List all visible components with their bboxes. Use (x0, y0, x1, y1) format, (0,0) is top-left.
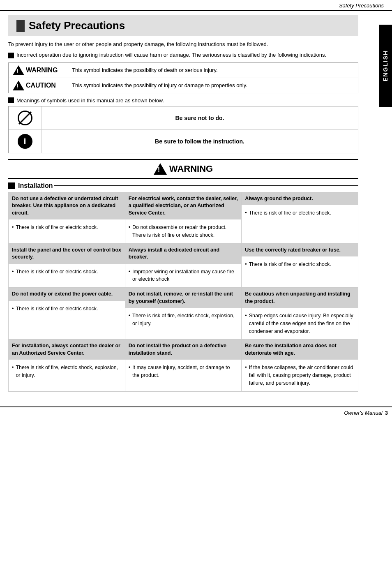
install-cell-header-2: Always ground the product. (242, 192, 358, 206)
caution-triangle-icon (13, 81, 24, 90)
install-cell-header-0: Do not use a defective or underrated cir… (9, 192, 125, 220)
warning-triangle-icon (13, 65, 24, 75)
no-do-icon-cell (9, 106, 42, 129)
install-cell-header-3: Install the panel and the cover of contr… (9, 244, 125, 264)
section-divider (54, 185, 358, 186)
install-cell-header-11: Be sure the installation area does not d… (242, 339, 358, 360)
install-cell-2: Always ground the product.There is risk … (242, 192, 358, 244)
warning-section-label: WARNING (169, 164, 213, 174)
page-header: Safety Precautions (0, 0, 392, 11)
warning-label: WARNING (26, 67, 58, 74)
install-cell-bullet-7: There is risk of fire, electric shock, e… (129, 312, 238, 328)
install-cell-bullet-5: There is risk of fire or electric shock. (245, 261, 355, 268)
symbols-row-2: i Be sure to follow the instruction. (9, 130, 358, 153)
install-cell-4: Always install a dedicated circuit and b… (125, 244, 242, 288)
install-cell-body-11: If the base collapses, the air condition… (242, 360, 358, 391)
symbols-row-1: Be sure not to do. (9, 106, 358, 130)
install-cell-8: Be cautious when unpacking and installin… (242, 288, 358, 339)
follow-icon-cell: i (9, 130, 42, 153)
language-label: ENGLISH (382, 50, 389, 81)
caution-description: This symbol indicates the possibility of… (72, 82, 247, 88)
warning-description: This symbol indicates the possibility of… (72, 67, 218, 73)
install-cell-bullet-8: Sharp edges could cause injury. Be espec… (245, 312, 355, 335)
install-cell-body-10: It may cause injury, accident, or damage… (125, 360, 242, 383)
install-cell-header-7: Do not install, remove, or re-install th… (125, 288, 242, 308)
caution-badge: CAUTION (13, 81, 66, 90)
install-cell-body-7: There is risk of fire, electric shock, e… (125, 308, 242, 332)
install-cell-bullet-4: Improper wiring or installation may caus… (129, 268, 238, 284)
symbols-table: Be sure not to do. i Be sure to follow t… (8, 106, 358, 153)
installation-square-icon (8, 182, 15, 189)
caution-label: CAUTION (26, 82, 56, 89)
install-cell-header-5: Use the correctly rated breaker or fuse. (242, 244, 358, 257)
install-cell-bullet-2: There is risk of fire or electric shock. (245, 209, 355, 217)
install-cell-body-2: There is risk of fire or electric shock. (242, 205, 358, 221)
install-cell-6: Do not modify or extend the power cable.… (9, 288, 125, 339)
intro-para: To prevent injury to the user or other p… (8, 40, 358, 48)
install-cell-1: For electrical work, contact the dealer,… (125, 192, 242, 244)
warning-section-triangle-icon (154, 163, 167, 175)
symbols-square (8, 97, 14, 103)
install-cell-3: Install the panel and the cover of contr… (9, 244, 125, 288)
title-icon (16, 20, 25, 32)
install-cell-body-5: There is risk of fire or electric shock. (242, 256, 358, 272)
intro-bullet: Incorrect operation due to ignoring inst… (8, 52, 358, 58)
install-cell-bullet-11: If the base collapses, the air condition… (245, 364, 355, 387)
install-cell-header-9: For installation, always contact the dea… (9, 339, 125, 360)
install-cell-bullet-9: There is risk of fire, electric shock, e… (12, 364, 122, 379)
installation-grid: Do not use a defective or underrated cir… (8, 192, 358, 392)
install-cell-10: Do not install the product on a defectiv… (125, 339, 242, 391)
caution-row: CAUTION This symbol indicates the possib… (9, 78, 358, 93)
install-cell-bullet-6: There is risk of fire or electric shock. (12, 305, 122, 313)
warning-section-header: WARNING (8, 159, 358, 179)
install-cell-bullet-3: There is risk of fire or electric shock. (12, 268, 122, 276)
install-cell-body-3: There is risk of fire or electric shock. (9, 264, 125, 280)
page-title: Safety Precautions (29, 19, 125, 32)
warning-caution-box: WARNING This symbol indicates the possib… (8, 62, 358, 93)
install-cell-body-4: Improper wiring or installation may caus… (125, 264, 242, 288)
install-cell-body-6: There is risk of fire or electric shock. (9, 301, 125, 317)
footer-text: Owner's Manual (344, 410, 383, 416)
install-cell-header-8: Be cautious when unpacking and installin… (242, 288, 358, 308)
installation-title-row: Installation (8, 182, 358, 189)
install-cell-header-1: For electrical work, contact the dealer,… (125, 192, 242, 220)
install-cell-bullet-0: There is risk of fire or electric shock. (12, 224, 122, 231)
language-tab: ENGLISH (379, 25, 392, 107)
install-cell-7: Do not install, remove, or re-install th… (125, 288, 242, 339)
installation-title: Installation (18, 182, 53, 189)
header-title: Safety Precautions (339, 2, 384, 9)
main-content: Safety Precautions To prevent injury to … (0, 11, 379, 402)
install-cell-body-8: Sharp edges could cause injury. Be espec… (242, 308, 358, 339)
symbols-intro-text: Meanings of symbols used in this manual … (16, 97, 164, 104)
install-cell-header-10: Do not install the product on a defectiv… (125, 339, 242, 360)
install-cell-11: Be sure the installation area does not d… (242, 339, 358, 391)
page-title-section: Safety Precautions (8, 15, 358, 36)
install-cell-5: Use the correctly rated breaker or fuse.… (242, 244, 358, 288)
page-footer: Owner's Manual 3 (0, 406, 392, 418)
install-cell-0: Do not use a defective or underrated cir… (9, 192, 125, 244)
warning-row: WARNING This symbol indicates the possib… (9, 63, 358, 78)
footer-page: 3 (385, 410, 388, 416)
no-do-text: Be sure not to do. (42, 106, 358, 129)
symbols-intro: Meanings of symbols used in this manual … (8, 97, 358, 104)
install-cell-bullet-10: It may cause injury, accident, or damage… (129, 364, 238, 379)
install-cell-bullet-1: Do not disassemble or repair the product… (129, 224, 238, 239)
follow-text: Be sure to follow the instruction. (42, 130, 358, 153)
no-do-icon (18, 111, 32, 125)
install-cell-body-1: Do not disassemble or repair the product… (125, 219, 242, 243)
follow-icon: i (18, 134, 32, 149)
install-cell-header-4: Always install a dedicated circuit and b… (125, 244, 242, 264)
install-cell-9: For installation, always contact the dea… (9, 339, 125, 391)
bullet-square (8, 53, 14, 58)
install-cell-header-6: Do not modify or extend the power cable. (9, 288, 125, 301)
warning-badge: WARNING (13, 65, 66, 75)
install-cell-body-0: There is risk of fire or electric shock. (9, 219, 125, 236)
install-cell-body-9: There is risk of fire, electric shock, e… (9, 360, 125, 383)
intro-bullet-text: Incorrect operation due to ignoring inst… (16, 52, 326, 58)
